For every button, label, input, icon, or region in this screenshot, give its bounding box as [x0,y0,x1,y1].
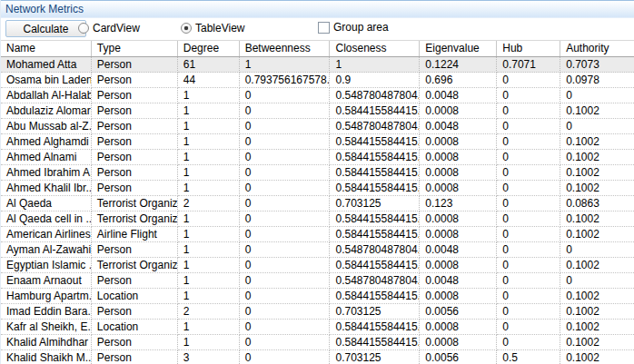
cell-hub: 0 [497,273,560,289]
cardview-radio-option[interactable]: CardView [78,22,140,34]
cell-authority: 0.1002 [560,320,634,335]
cell-betweenness: 0.793756167578... [240,73,331,88]
cell-type: Person [92,150,178,165]
cell-betweenness: 0 [240,258,331,273]
cell-authority: 0 [560,88,634,103]
cell-degree: 1 [178,273,240,289]
table-row[interactable]: Ahmed Ibrahim A...Person100.584415584415… [1,165,634,181]
cell-degree: 1 [178,320,240,335]
cell-name: Imad Eddin Bara... [1,304,92,320]
cell-name: Abdulaziz Alomari [1,103,92,119]
cell-name: Al Qaeda [1,196,92,212]
cardview-radio-icon[interactable] [78,23,89,34]
cell-eigenvalue: 0.0008 [420,320,497,335]
cell-closeness: 0.584415584415... [330,320,420,335]
cell-closeness: 0.548780487804... [330,88,420,103]
cell-closeness: 0.703125 [330,304,420,320]
table-row[interactable]: Khalid AlmihdharPerson100.584415584415..… [1,335,634,350]
column-header-type[interactable]: Type [92,41,178,56]
column-header-degree[interactable]: Degree [178,41,240,56]
table-row[interactable]: Osama bin LadenPerson440.793756167578...… [1,73,634,88]
table-row[interactable]: Ahmed AlnamiPerson100.584415584415...0.0… [1,150,634,165]
table-row[interactable]: Kafr al Sheikh, E...Location100.58441558… [1,320,634,335]
cell-degree: 1 [178,181,240,196]
cell-type: Airline Flight [92,227,178,242]
cell-betweenness: 0 [240,350,331,364]
table-header-row: NameTypeDegreeBetweennessClosenessEigenv… [1,41,634,57]
table-row[interactable]: Enaam ArnaoutPerson100.548780487804...0.… [1,273,634,289]
table-row[interactable]: Abu Mussab al-Z...Person100.548780487804… [1,119,634,134]
table-row[interactable]: Abdallah Al-HalabiPerson100.548780487804… [1,88,634,103]
cell-name: Osama bin Laden [1,73,92,88]
table-row[interactable]: Mohamed AttaPerson61110.12240.70710.7073 [1,57,634,73]
cell-closeness: 1 [330,57,420,73]
cell-degree: 1 [178,165,240,181]
cell-eigenvalue: 0.0008 [420,289,497,304]
cell-eigenvalue: 0.0008 [420,181,497,196]
cell-authority: 0.1002 [560,350,634,364]
table-row[interactable]: Imad Eddin Bara...Person200.7031250.0056… [1,304,634,320]
cell-type: Location [92,289,178,304]
cell-authority: 0.1002 [560,227,634,242]
cell-closeness: 0.584415584415... [330,258,420,273]
group-area-checkbox-option[interactable]: Group area [318,21,389,34]
calculate-button[interactable]: Calculate [5,20,86,37]
cell-type: Person [92,304,178,320]
table-row[interactable]: Khalid Shaikh M...Person300.7031250.0056… [1,350,634,364]
table-row[interactable]: Abdulaziz AlomariPerson100.584415584415.… [1,103,634,119]
cell-hub: 0 [497,88,560,103]
cell-betweenness: 0 [240,304,331,320]
cell-closeness: 0.584415584415... [330,134,420,150]
table-row[interactable]: Egyptian Islamic ...Terrorist Organiz...… [1,258,634,273]
cell-degree: 1 [178,212,240,227]
cell-name: Abu Mussab al-Z... [1,119,92,134]
cell-authority: 0.1002 [560,335,634,350]
cell-authority: 0.0863 [560,196,634,212]
group-area-checkbox-icon[interactable] [318,22,330,34]
table-row[interactable]: Ahmed AlghamdiPerson100.584415584415...0… [1,134,634,150]
cell-hub: 0 [497,242,560,258]
cell-name: American Airlines... [1,227,92,242]
table-row[interactable]: Al Qaeda cell in ...Terrorist Organiz...… [1,212,634,227]
cell-hub: 0 [497,103,560,119]
column-header-closeness[interactable]: Closeness [330,41,420,56]
cell-authority: 0 [560,119,634,134]
table-row[interactable]: Ahmed Khalil Ibr...Person100.58441558441… [1,181,634,196]
column-header-authority[interactable]: Authority [560,41,634,56]
cell-degree: 1 [178,289,240,304]
cell-hub: 0 [497,165,560,181]
table-row[interactable]: Hamburg Apartm...Location100.58441558441… [1,289,634,304]
cell-authority: 0.1002 [560,181,634,196]
cell-name: Khalid Almihdhar [1,335,92,350]
cell-authority: 0.7073 [560,57,634,73]
cardview-radio-label[interactable]: CardView [93,22,140,34]
cell-closeness: 0.548780487804... [330,119,420,134]
cell-name: Enaam Arnaout [1,273,92,289]
cell-closeness: 0.548780487804... [330,242,420,258]
tableview-radio-option[interactable]: TableView [181,22,244,34]
cell-name: Hamburg Apartm... [1,289,92,304]
column-header-name[interactable]: Name [1,41,92,56]
cell-eigenvalue: 0.0048 [420,242,497,258]
cell-eigenvalue: 0.696 [420,73,497,88]
cell-eigenvalue: 0.0048 [420,273,497,289]
cell-degree: 1 [178,150,240,165]
table-row[interactable]: Al QaedaTerrorist Organiz...200.7031250.… [1,196,634,212]
group-area-checkbox-label[interactable]: Group area [333,21,389,34]
column-header-eigenvalue[interactable]: Eigenvalue [420,41,497,56]
cell-betweenness: 0 [240,289,331,304]
table-row[interactable]: American Airlines...Airline Flight100.58… [1,227,634,242]
cell-type: Person [92,103,178,119]
cell-eigenvalue: 0.0008 [420,227,497,242]
cell-hub: 0 [497,289,560,304]
tableview-radio-label[interactable]: TableView [195,22,244,34]
cell-betweenness: 0 [240,119,331,134]
cell-hub: 0 [497,181,560,196]
table-row[interactable]: Ayman Al-ZawahiriPerson100.548780487804.… [1,242,634,258]
cell-eigenvalue: 0.1224 [420,57,497,73]
column-header-hub[interactable]: Hub [497,41,560,56]
cell-hub: 0 [497,227,560,242]
column-header-betweenness[interactable]: Betweenness [240,41,331,56]
tableview-radio-icon[interactable] [181,23,192,34]
cell-type: Person [92,134,178,150]
